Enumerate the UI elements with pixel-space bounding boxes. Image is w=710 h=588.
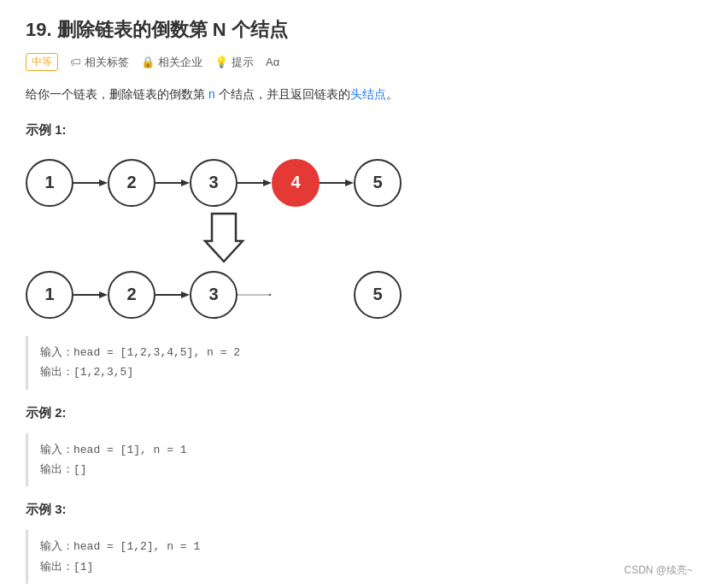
font-label: Aα [266, 56, 279, 68]
arrow-3-4 [238, 174, 272, 191]
example3-input-line: 输入：head = [1,2], n = 1 [40, 537, 672, 556]
node-3-after: 3 [190, 271, 238, 319]
svg-marker-14 [269, 294, 272, 296]
example3-output-line: 输出：[1] [40, 557, 672, 577]
arrow-1-2 [73, 174, 108, 191]
problem-description: 给你一个链表，删除链表的倒数第 n 个结点，并且返回链表的头结点。 [26, 85, 684, 105]
svg-marker-8 [205, 214, 243, 262]
node-4-before-deleted: 4 [272, 159, 320, 207]
example1-code: 输入：head = [1,2,3,4,5], n = 2 输出：[1,2,3,5… [26, 336, 684, 390]
svg-marker-12 [181, 291, 190, 298]
node-1-after: 1 [26, 271, 73, 319]
arrow-2-3 [155, 174, 190, 191]
node-5-before: 5 [354, 159, 402, 207]
font-item[interactable]: Aα [266, 56, 279, 68]
arrow-after-2-3 [155, 286, 190, 303]
example3-title: 示例 3: [26, 502, 684, 518]
diagram-before: 1 2 3 4 5 1 2 3 [26, 150, 684, 327]
arrow-4-5 [320, 174, 354, 191]
example2-code: 输入：head = [1], n = 1 输出：[] [26, 433, 684, 487]
hint-item[interactable]: 💡 提示 [214, 55, 254, 70]
node-5-after: 5 [354, 271, 402, 319]
example3-code: 输入：head = [1,2], n = 1 输出：[1] [26, 530, 684, 584]
example1-title: 示例 1: [26, 122, 684, 138]
svg-marker-10 [99, 291, 108, 298]
difficulty-badge[interactable]: 中等 [26, 53, 58, 71]
page-title: 19. 删除链表的倒数第 N 个结点 [26, 17, 684, 43]
node-2-before: 2 [108, 159, 155, 207]
lock-icon: 🔒 [141, 56, 155, 68]
watermark: CSDN @续亮~ [624, 563, 693, 578]
arrow-down-area [26, 214, 684, 264]
svg-marker-7 [345, 179, 354, 186]
bulb-icon: 💡 [214, 56, 228, 68]
company-item[interactable]: 🔒 相关企业 [141, 55, 202, 70]
example1-output-line: 输出：[1,2,3,5] [40, 362, 672, 382]
example2-title: 示例 2: [26, 405, 684, 421]
example2-output-line: 输出：[] [40, 460, 672, 479]
tags-item[interactable]: 🏷 相关标签 [70, 55, 129, 70]
down-arrow-icon [205, 214, 243, 264]
example1-input-line: 输入：head = [1,2,3,4,5], n = 2 [40, 343, 672, 362]
svg-marker-1 [99, 179, 108, 186]
tags-label: 相关标签 [85, 55, 129, 70]
before-list-row: 1 2 3 4 5 [26, 159, 684, 207]
hint-label: 提示 [232, 55, 254, 70]
svg-marker-3 [181, 179, 190, 186]
after-list-row: 1 2 3 5 [26, 271, 684, 319]
node-3-before: 3 [190, 159, 238, 207]
node-2-after: 2 [108, 271, 155, 319]
example2-input-line: 输入：head = [1], n = 1 [40, 440, 672, 460]
meta-bar: 中等 🏷 相关标签 🔒 相关企业 💡 提示 Aα [26, 53, 684, 71]
node-1-before: 1 [26, 159, 73, 207]
arrow-after-3-5 [238, 286, 354, 303]
tag-icon: 🏷 [70, 56, 81, 68]
arrow-after-1-2 [73, 286, 108, 303]
company-label: 相关企业 [158, 55, 202, 70]
svg-marker-5 [263, 179, 272, 186]
